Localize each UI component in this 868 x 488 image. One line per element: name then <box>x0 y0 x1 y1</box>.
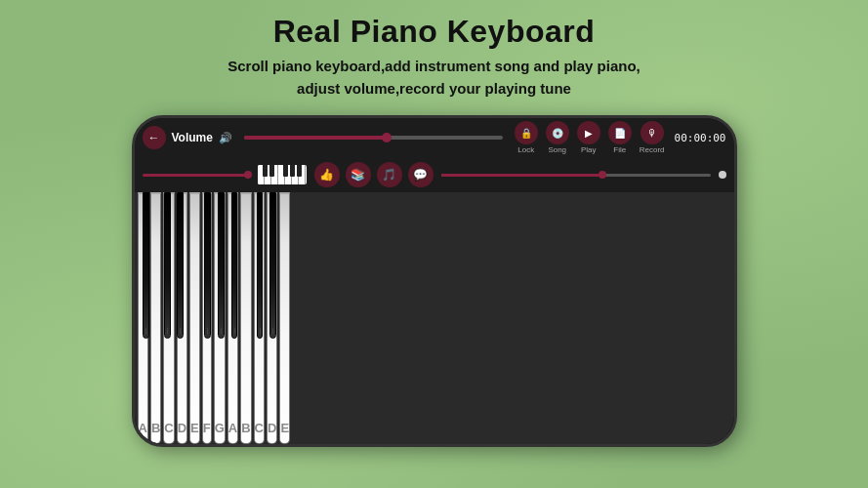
top-icons: 🔒 Lock 💿 Song ▶ Play 📄 File <box>515 121 665 154</box>
slider-thumb-right <box>599 171 606 179</box>
file-icon: 📄 <box>608 121 632 144</box>
back-button[interactable]: ← <box>143 126 166 149</box>
white-key-c1[interactable]: C <box>163 192 174 444</box>
page-title: Real Piano Keyboard <box>273 14 596 50</box>
phone-frame: ← Volume 🔊 🔒 Lock 💿 Song <box>132 115 737 447</box>
volume-slider-track <box>244 136 387 140</box>
dot-indicator <box>719 171 726 179</box>
instrument-slider-left[interactable] <box>143 174 250 177</box>
white-key-b2[interactable]: B <box>240 192 251 444</box>
white-key-f1[interactable]: F <box>202 192 212 444</box>
page-subtitle: Scroll piano keyboard,add instrument son… <box>227 56 641 100</box>
white-key-d1[interactable]: D <box>177 192 187 444</box>
middle-icons: 👍 📚 🎵 💬 <box>314 162 434 187</box>
phone-button <box>735 264 737 304</box>
white-key-d2[interactable]: D <box>267 192 277 444</box>
record-button[interactable]: 🎙 Record <box>640 121 665 154</box>
record-icon: 🎙 <box>641 121 664 144</box>
lock-icon: 🔒 <box>515 121 538 144</box>
lock-button[interactable]: 🔒 Lock <box>515 121 538 154</box>
song-button[interactable]: 💿 Song <box>546 121 569 154</box>
white-key-a2[interactable]: A <box>227 192 238 444</box>
keyboard-mini-icon <box>258 165 307 184</box>
play-button[interactable]: ▶ Play <box>577 121 600 154</box>
piano-area: A B C D E F <box>135 192 734 444</box>
book-button[interactable]: 📚 <box>346 162 371 187</box>
music-button[interactable]: 🎵 <box>377 162 402 187</box>
volume-label: Volume <box>172 131 213 144</box>
volume-icon: 🔊 <box>219 132 232 144</box>
song-icon: 💿 <box>546 121 569 144</box>
thumbsup-button[interactable]: 👍 <box>314 162 340 187</box>
timer-display: 00:00:00 <box>675 132 726 144</box>
chat-button[interactable]: 💬 <box>408 162 434 187</box>
slider-right-fill <box>441 174 603 177</box>
play-icon: ▶ <box>577 121 600 144</box>
white-key-c2[interactable]: C <box>254 192 265 444</box>
volume-slider-thumb <box>382 133 392 142</box>
white-key-b1[interactable]: B <box>150 192 161 444</box>
volume-slider[interactable] <box>244 136 503 140</box>
white-key-e2[interactable]: E <box>279 192 290 444</box>
middle-bar: 👍 📚 🎵 💬 <box>135 157 734 192</box>
top-bar: ← Volume 🔊 🔒 Lock 💿 Song <box>135 118 734 157</box>
white-key-a1[interactable]: A <box>138 192 148 444</box>
page-content: Real Piano Keyboard Scroll piano keyboar… <box>0 0 868 488</box>
slider-thumb-left <box>244 171 252 179</box>
instrument-slider-right[interactable] <box>441 174 711 177</box>
white-key-e1[interactable]: E <box>189 192 200 444</box>
app-screen: ← Volume 🔊 🔒 Lock 💿 Song <box>135 118 734 444</box>
file-button[interactable]: 📄 File <box>608 121 632 154</box>
piano-wrapper: A B C D E F <box>135 192 294 444</box>
white-key-g1[interactable]: G <box>214 192 226 444</box>
